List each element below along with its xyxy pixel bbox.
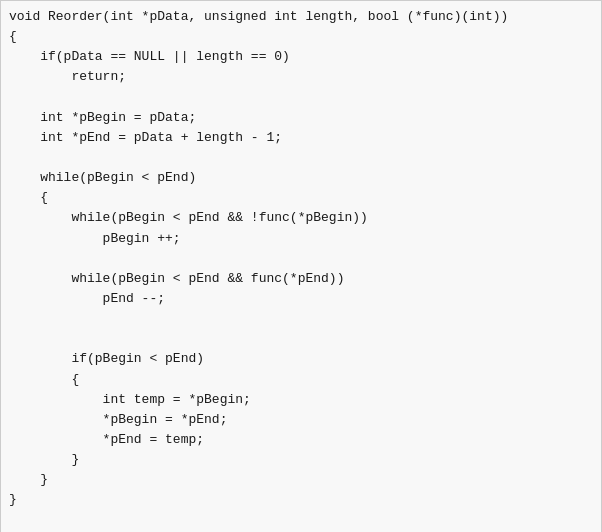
code-content: void Reorder(int *pData, unsigned int le… xyxy=(9,7,593,532)
code-editor: void Reorder(int *pData, unsigned int le… xyxy=(0,0,602,532)
